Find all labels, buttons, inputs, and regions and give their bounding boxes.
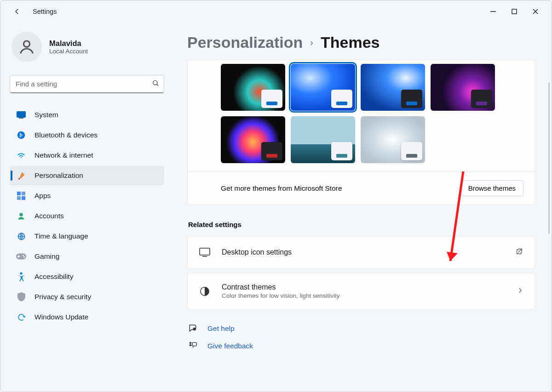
svg-line-6	[157, 84, 158, 85]
svg-rect-26	[192, 342, 196, 346]
gaming-icon	[16, 251, 26, 261]
svg-point-17	[23, 255, 24, 256]
svg-text:?: ?	[194, 328, 195, 330]
minimize-button[interactable]	[483, 2, 504, 21]
svg-point-18	[23, 256, 25, 258]
user-block[interactable]: Malavida Local Account	[10, 32, 164, 62]
svg-point-25	[190, 342, 191, 344]
sidebar-item-label: Accounts	[34, 212, 64, 220]
nav-list: System Bluetooth & devices Network & int…	[10, 105, 164, 327]
system-icon	[16, 110, 26, 120]
apps-icon	[16, 191, 26, 201]
main-content: Personalization › Themes Get more themes…	[171, 23, 552, 392]
svg-point-14	[19, 213, 23, 216]
related-settings-title: Related settings	[188, 221, 535, 228]
page-title: Themes	[321, 34, 380, 51]
theme-option[interactable]	[361, 116, 425, 163]
accessibility-icon	[16, 272, 26, 282]
help-icon: ?	[188, 324, 198, 334]
back-button[interactable]	[11, 5, 23, 18]
svg-point-19	[20, 272, 23, 275]
theme-option[interactable]	[361, 64, 425, 111]
brush-icon	[16, 170, 26, 181]
svg-point-5	[153, 80, 157, 85]
themes-panel: Get more themes from Microsoft Store Bro…	[187, 60, 535, 205]
themes-grid	[188, 60, 535, 171]
sidebar-item-accessibility[interactable]: Accessibility	[10, 267, 164, 286]
browse-themes-button[interactable]: Browse themes	[460, 180, 523, 196]
svg-rect-1	[512, 9, 517, 14]
sidebar-item-update[interactable]: Windows Update	[10, 307, 164, 327]
user-name: Malavida	[49, 39, 88, 48]
contrast-icon	[199, 285, 211, 297]
theme-option[interactable]	[291, 64, 355, 111]
sidebar-item-system[interactable]: System	[10, 105, 164, 125]
sidebar-item-personalization[interactable]: Personalization	[10, 166, 164, 185]
sidebar-item-label: System	[34, 111, 58, 119]
sidebar-item-label: Windows Update	[34, 313, 88, 321]
feedback-label: Give feedback	[207, 342, 253, 350]
svg-rect-11	[22, 192, 25, 195]
sidebar-item-bluetooth[interactable]: Bluetooth & devices	[10, 125, 164, 145]
account-icon	[16, 211, 26, 221]
get-help-link[interactable]: ? Get help	[187, 320, 535, 337]
maximize-button[interactable]	[504, 2, 525, 21]
avatar	[12, 32, 42, 62]
sidebar-item-label: Accessibility	[34, 273, 73, 281]
sidebar-item-label: Bluetooth & devices	[34, 131, 98, 139]
titlebar: Settings	[0, 0, 552, 23]
close-button[interactable]	[525, 2, 546, 21]
search-input[interactable]	[10, 75, 164, 93]
sidebar-item-label: Apps	[34, 192, 51, 200]
chevron-right-icon: ›	[310, 37, 313, 48]
scrollbar-thumb[interactable]	[548, 82, 550, 234]
sidebar-item-gaming[interactable]: Gaming	[10, 247, 164, 266]
svg-point-9	[17, 131, 25, 139]
search-icon	[152, 80, 160, 89]
sidebar-item-apps[interactable]: Apps	[10, 186, 164, 205]
desktop-icon-settings-row[interactable]: Desktop icon settings	[187, 236, 535, 269]
theme-option[interactable]	[431, 64, 495, 111]
contrast-themes-row[interactable]: Contrast themes Color themes for low vis…	[187, 273, 535, 310]
sidebar-item-time-language[interactable]: Time & language	[10, 227, 164, 246]
desktop-icon	[199, 246, 211, 258]
sidebar-item-privacy[interactable]: Privacy & security	[10, 287, 164, 307]
chevron-right-icon	[517, 287, 523, 295]
store-row: Get more themes from Microsoft Store Bro…	[188, 171, 535, 205]
search-box[interactable]	[10, 75, 164, 93]
svg-point-4	[23, 41, 29, 47]
globe-icon	[16, 231, 26, 241]
setting-subtitle: Color themes for low vision, light sensi…	[222, 292, 506, 299]
help-label: Get help	[207, 324, 235, 333]
theme-option[interactable]	[221, 116, 285, 163]
sidebar-item-label: Gaming	[34, 252, 59, 261]
sidebar: Malavida Local Account System Bluetooth …	[0, 23, 171, 392]
svg-rect-7	[17, 111, 26, 118]
breadcrumb-parent[interactable]: Personalization	[187, 34, 303, 51]
window-controls	[483, 2, 546, 21]
breadcrumb: Personalization › Themes	[187, 34, 535, 51]
svg-rect-20	[200, 248, 210, 255]
store-text: Get more themes from Microsoft Store	[221, 184, 342, 193]
sidebar-item-label: Privacy & security	[34, 293, 91, 301]
svg-rect-10	[17, 192, 21, 195]
svg-rect-12	[17, 196, 21, 200]
sidebar-item-accounts[interactable]: Accounts	[10, 206, 164, 226]
theme-option[interactable]	[291, 116, 355, 163]
user-subtitle: Local Account	[49, 48, 88, 55]
svg-rect-13	[22, 196, 25, 200]
external-link-icon	[515, 247, 523, 257]
shield-icon	[16, 292, 26, 302]
give-feedback-link[interactable]: Give feedback	[187, 337, 535, 355]
wifi-icon	[16, 150, 26, 160]
sidebar-item-label: Network & internet	[34, 151, 93, 159]
setting-title: Desktop icon settings	[222, 248, 504, 256]
sidebar-item-label: Time & language	[34, 232, 88, 240]
sidebar-item-network[interactable]: Network & internet	[10, 146, 164, 165]
app-title: Settings	[33, 8, 483, 15]
feedback-icon	[188, 341, 198, 351]
update-icon	[16, 312, 26, 322]
sidebar-item-label: Personalization	[34, 171, 83, 180]
svg-rect-8	[19, 118, 23, 119]
theme-option[interactable]	[221, 64, 285, 111]
